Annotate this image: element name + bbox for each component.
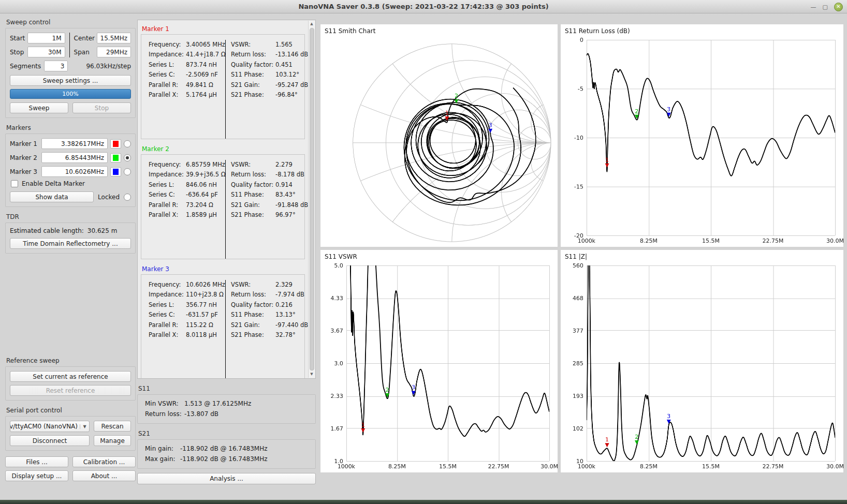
rescan-button[interactable]: Rescan [94, 421, 131, 432]
vswr-chart-title: S11 VSWR [325, 253, 357, 260]
marker-detail-row: Parallel X:5.1764 μH [149, 90, 225, 100]
return-loss-value: -13.807 dB [184, 409, 218, 420]
marker-detail-box: Frequency:3.40065 MHzImpedance:41.4+j18.… [141, 34, 305, 139]
marker-detail-row: S21 Phase:-96.84° [231, 90, 308, 100]
reference-sweep-group: Set current as reference Reset reference [5, 366, 136, 401]
marker2-color-button[interactable] [110, 153, 121, 162]
minimize-icon[interactable]: — [811, 4, 816, 10]
min-vswr-label: Min VSWR: [145, 399, 184, 409]
span-label: Span [74, 49, 97, 56]
marker1-color-button[interactable] [110, 139, 121, 149]
stop-input[interactable]: 30M [27, 47, 65, 57]
cable-length-label: Estimated cable length: [10, 227, 84, 234]
marker-detail-row: Impedance:39.9+j36.5 Ω [149, 170, 225, 180]
locked-radio[interactable] [124, 194, 131, 201]
return-loss-chart-canvas[interactable] [561, 24, 843, 247]
marker-detail-row: Impedance:41.4+j18.7 Ω [149, 50, 225, 60]
z-chart-panel: S11 |Z| [560, 249, 844, 473]
marker-detail-row: Series C:-631.57 pF [149, 310, 225, 320]
show-data-button[interactable]: Show data [10, 191, 94, 202]
marker-detail-row: VSWR:2.279 [231, 160, 308, 170]
start-input[interactable]: 1M [27, 33, 65, 43]
center-label: Center [74, 35, 97, 42]
marker-detail-row: Return loss:-7.974 dB [231, 290, 308, 300]
z-chart-canvas[interactable] [561, 250, 843, 472]
stop-label: Stop [10, 49, 27, 56]
enable-delta-marker-label: Enable Delta Marker [22, 180, 85, 187]
marker2-color-chip [113, 155, 119, 161]
span-input[interactable]: 29MHz [97, 47, 131, 57]
sidebar: Sweep control Start 1M Stop 30M Center 1… [5, 14, 136, 481]
marker-detail-row: Series L:846.06 nH [149, 180, 225, 190]
enable-delta-marker-checkbox[interactable] [11, 180, 18, 187]
marker3-radio[interactable] [124, 168, 131, 175]
segments-input[interactable]: 3 [44, 61, 68, 71]
sweep-progress-bar: 100% [10, 89, 131, 99]
set-reference-button[interactable]: Set current as reference [10, 371, 131, 382]
marker-detail-row: Quality factor:0.914 [231, 180, 308, 190]
vswr-chart-canvas[interactable] [320, 250, 558, 472]
analysis-button[interactable]: Analysis ... [137, 473, 316, 484]
center-input[interactable]: 15.5MHz [97, 33, 131, 43]
stop-button: Stop [72, 102, 131, 113]
close-icon[interactable]: ✕ [834, 3, 843, 11]
marker-detail-row: Series L:873.74 nH [149, 60, 225, 70]
marker2-radio[interactable] [124, 154, 131, 161]
step-info: 96.03kHz/step [86, 63, 131, 70]
about-button[interactable]: About ... [72, 470, 136, 481]
marker-detail-row: S21 Gain:-91.848 dB [231, 200, 308, 210]
marker-data-column: Marker 1Frequency:3.40065 MHzImpedance:4… [137, 20, 316, 484]
serial-port-value: dev/ttyACM0 (NanoVNA) [10, 423, 80, 430]
manage-button[interactable]: Manage [94, 435, 131, 446]
min-gain-label: Min gain: [145, 444, 180, 454]
marker-detail-row: S21 Gain:-95.247 dB [231, 80, 308, 90]
s21-summary-box: Min gain: -118.902 dB @ 16.7483MHz Max g… [137, 439, 316, 469]
marker1-radio[interactable] [124, 140, 131, 147]
calibration-button[interactable]: Calibration ... [72, 456, 136, 467]
chevron-down-icon: ▼ [80, 424, 89, 429]
marker-detail-box: Frequency:6.85759 MHzImpedance:39.9+j36.… [141, 154, 305, 259]
files-button[interactable]: Files ... [5, 456, 68, 467]
marker1-label: Marker 1 [10, 140, 39, 147]
marker2-input[interactable]: 6.85443MHz [41, 152, 108, 163]
scrollbar-thumb[interactable] [310, 28, 314, 370]
s11-summary-box: Min VSWR: 1.513 @ 17.6125MHz Return loss… [137, 394, 316, 424]
display-setup-button[interactable]: Display setup ... [5, 470, 68, 481]
sweep-button[interactable]: Sweep [10, 102, 68, 113]
marker3-input[interactable]: 10.6026MHz [41, 166, 108, 177]
smith-chart-canvas[interactable] [320, 24, 558, 247]
s11-section-label: S11 [138, 385, 316, 392]
scroll-up-icon[interactable]: ▲ [310, 21, 313, 27]
serial-port-select[interactable]: dev/ttyACM0 (NanoVNA) ▼ [10, 421, 90, 432]
maximize-icon[interactable]: ▢ [823, 4, 828, 10]
cable-length-value: 30.625 m [87, 227, 118, 234]
tdr-group: Estimated cable length: 30.625 m Time Do… [5, 223, 136, 254]
taskbar-edge [0, 500, 847, 504]
marker3-color-chip [113, 169, 119, 175]
s21-section-label: S21 [138, 430, 316, 437]
tdr-section-label: TDR [6, 213, 136, 220]
sweep-settings-button[interactable]: Sweep settings ... [10, 75, 131, 86]
scroll-down-icon[interactable]: ▼ [310, 371, 313, 378]
marker-detail-title: Marker 2 [142, 145, 305, 153]
disconnect-button[interactable]: Disconnect [10, 435, 90, 446]
marker-detail-row: Series C:-636.64 pF [149, 190, 225, 200]
marker-detail-row: S21 Phase:32.78° [231, 330, 308, 340]
segments-label: Segments [10, 63, 41, 70]
reset-reference-button: Reset reference [10, 385, 131, 396]
marker-detail-list: Marker 1Frequency:3.40065 MHzImpedance:4… [141, 25, 305, 379]
marker-detail-row: Quality factor:0.216 [231, 300, 308, 310]
start-label: Start [10, 35, 27, 42]
marker3-color-button[interactable] [110, 167, 121, 176]
min-gain-value: -118.902 dB @ 16.7483MHz [180, 444, 268, 454]
vswr-chart-panel: S11 VSWR [320, 249, 558, 473]
marker-detail-box: Frequency:10.6026 MHzImpedance:110+j23.8… [141, 274, 305, 379]
window-controls: — ▢ ✕ [811, 0, 843, 13]
marker-detail-row: Parallel R:73.204 Ω [149, 200, 225, 210]
serial-port-section-label: Serial port control [6, 407, 136, 414]
marker-detail-row: Parallel R:49.841 Ω [149, 80, 225, 90]
scrollbar[interactable]: ▲ ▼ [308, 21, 315, 378]
markers-group: Marker 1 3.382617MHz Marker 2 6.85443MHz… [5, 134, 136, 207]
marker1-input[interactable]: 3.382617MHz [41, 138, 108, 149]
tdr-button[interactable]: Time Domain Reflectometry ... [10, 238, 131, 249]
